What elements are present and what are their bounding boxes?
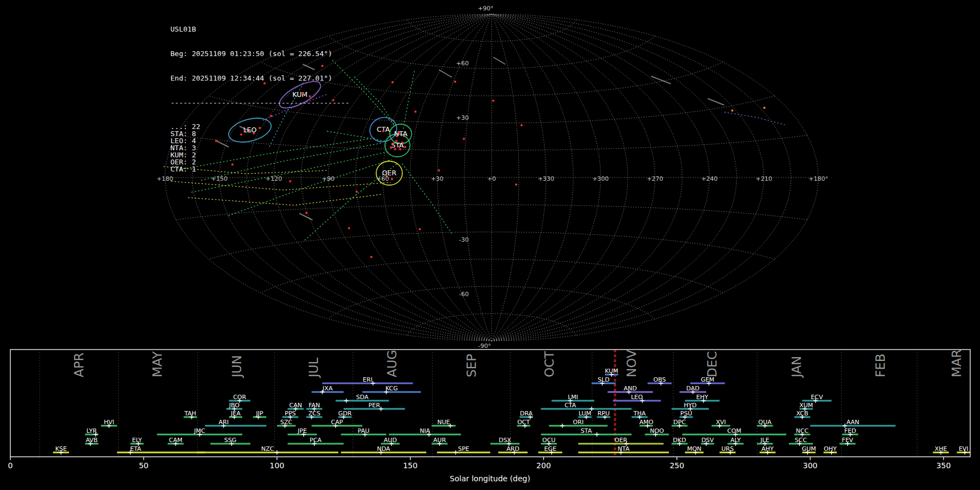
shower-label-OCT: OCT [517, 419, 530, 426]
lat-label--60: -60 [459, 291, 469, 298]
meteor-dot [356, 191, 358, 193]
meteor-dot [395, 140, 397, 142]
meteor-dot [391, 178, 393, 180]
month-label-MAR: MAR [950, 349, 964, 377]
lon-label-+210: +210 [756, 175, 772, 182]
meteor-streak [651, 76, 671, 84]
shower-label-NOO: NOO [650, 427, 664, 434]
meteor-dot [401, 142, 403, 144]
header-separator: ----------------------------------------… [170, 99, 350, 107]
shower-label-XVI: XVI [716, 419, 726, 426]
meteor-dot [414, 111, 416, 113]
x-tick-label-50: 50 [139, 461, 149, 470]
shower-label-COM: COM [727, 427, 742, 434]
shower-label-SDA: SDA [356, 394, 369, 401]
shower-label-OHY: OHY [824, 445, 837, 452]
shower-label-THA: THA [633, 410, 646, 417]
shower-label-JXA: JXA [322, 385, 333, 392]
shower-count-row: NTA: 3 [170, 144, 350, 151]
meteor-dot [396, 135, 398, 137]
meteor-dot [391, 81, 394, 83]
x-axis: 050100150200250300350 [8, 457, 951, 470]
shower-label-ZCS: ZCS [308, 410, 320, 417]
shower-label-LEO: LEO [631, 394, 643, 401]
meteor-dot [403, 135, 405, 137]
shower-label-CAN: CAN [289, 402, 302, 409]
meteor-streak [299, 213, 313, 220]
shower-label-PER: PER [369, 402, 381, 409]
shower-label-NUE: NUE [437, 419, 450, 426]
x-tick-label-100: 100 [270, 461, 284, 470]
shower-label-ERI: ERI [363, 376, 372, 383]
shower-label-KSE: KSE [55, 445, 66, 452]
month-label-AUG: AUG [385, 350, 399, 377]
shower-label-NTA: NTA [618, 445, 630, 452]
meteor-streak [493, 57, 505, 64]
lon-label-+0: +0 [487, 175, 496, 182]
shower-label-AMO: AMO [639, 419, 653, 426]
month-label-OCT: OCT [542, 351, 556, 377]
shower-label-DAD: DAD [687, 385, 700, 392]
map-parallel [407, 314, 577, 335]
x-tick-label-250: 250 [670, 461, 684, 470]
shower-label-KUM: KUM [605, 367, 618, 375]
shower-label-HYD: HYD [684, 402, 696, 409]
shower-label-OER: OER [615, 437, 628, 444]
shower-label-SSG: SSG [224, 437, 237, 444]
shower-label-ORI: ORI [573, 419, 584, 426]
shower-label-XHE: XHE [935, 445, 947, 452]
shower-counts: ...: 22STA: 8LEO: 4NTA: 3KUM: 2OER: 2CTA… [170, 123, 350, 173]
meteor-dot [394, 148, 396, 150]
meteor-trail [725, 112, 785, 125]
shower-count-row: LEO: 4 [170, 137, 350, 144]
shower-label-JEA: JEA [230, 410, 241, 417]
shower-label-JPE: JPE [297, 427, 307, 434]
shower-label-JIP: JIP [255, 410, 263, 417]
shower-label-NCC: NCC [796, 427, 809, 434]
shower-label-AVB: AVB [85, 437, 97, 444]
shower-label-FED: FED [844, 427, 856, 434]
shower-label-NDA: NDA [377, 445, 391, 452]
shower-label-AUD: AUD [384, 437, 397, 444]
lon-label-+180°: +180° [808, 175, 828, 182]
shower-label-COR: COR [233, 394, 246, 401]
meteor-dot [392, 143, 394, 145]
map-parallel [176, 205, 807, 220]
shower-label-LMI: LMI [568, 394, 578, 401]
month-label-JUN: JUN [230, 355, 244, 378]
meteor-dot [438, 169, 440, 171]
shower-label-XUM: XUM [799, 402, 813, 409]
radiant-report: USL01B Beg: 20251109 01:23:50 (sol = 226… [0, 0, 980, 490]
shower-label-ETA: ETA [130, 445, 142, 452]
meteor-trail [403, 71, 414, 128]
shower-count-row: STA: 8 [170, 130, 350, 137]
shower-label-FAN: FAN [309, 402, 320, 409]
shower-label-AUR: AUR [433, 437, 446, 444]
shower-label-JBO: JBO [229, 402, 240, 409]
meteor-streak [439, 70, 452, 77]
shower-label-ELY: ELY [132, 437, 142, 444]
shower-label-STA: STA [581, 427, 592, 434]
shower-count-row: KUM: 2 [170, 151, 350, 158]
meteor-dot [348, 227, 350, 229]
shower-label-XCB: XCB [796, 410, 808, 417]
map-parallel [407, 20, 577, 41]
meteor-dot [390, 146, 392, 149]
meteor-dot [492, 100, 494, 102]
shower-label-ARD: ARD [506, 445, 519, 452]
shower-label-CTA: CTA [565, 402, 577, 409]
shower-label-CAP: CAP [331, 419, 343, 426]
x-tick-label-300: 300 [803, 461, 818, 470]
meteor-trail [188, 194, 382, 205]
meteor-dot [305, 212, 308, 214]
shower-label-EHY: EHY [696, 394, 708, 401]
shower-label-NZC: NZC [261, 445, 274, 452]
shower-label-DSX: DSX [499, 437, 511, 444]
shower-peak-NZC [275, 450, 279, 455]
end-line: End: 20251109 12:34:44 (sol = 227.01°) [170, 74, 350, 82]
shower-peak-SDA [344, 399, 348, 403]
shower-label-JMC: JMC [193, 427, 205, 434]
shower-label-JLE: JLE [760, 437, 769, 444]
meteor-dot [397, 145, 399, 148]
shower-label-SZC: SZC [280, 419, 293, 426]
